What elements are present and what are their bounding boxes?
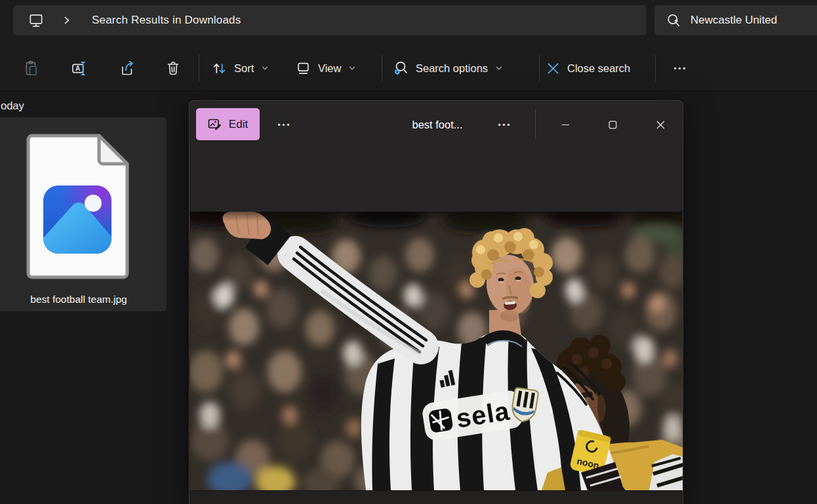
search-query: Newcastle United bbox=[690, 14, 777, 27]
edit-button[interactable]: Edit bbox=[196, 108, 260, 140]
file-name: best football team.jpg bbox=[0, 294, 167, 305]
breadcrumb-chevron-icon bbox=[62, 15, 72, 26]
paste-button[interactable] bbox=[16, 51, 47, 85]
toolbar-divider bbox=[655, 55, 656, 81]
search-options-button[interactable]: Search options bbox=[392, 51, 504, 85]
toolbar-divider bbox=[539, 55, 540, 81]
search-input[interactable]: Newcastle United bbox=[654, 5, 817, 35]
football-player-photo: sela noon bbox=[190, 212, 683, 490]
photos-titlebar[interactable]: Edit ••• best foot... ••• bbox=[189, 101, 683, 142]
photos-app-window: Edit ••• best foot... ••• bbox=[189, 100, 683, 504]
address-bar[interactable]: Search Results in Downloads bbox=[13, 5, 647, 35]
file-item-selected[interactable]: best football team.jpg bbox=[0, 117, 167, 311]
photos-window-title: best foot... bbox=[391, 109, 483, 140]
search-sparkle-icon bbox=[666, 12, 682, 29]
minimize-icon bbox=[561, 121, 570, 129]
ellipsis-icon: ••• bbox=[278, 121, 292, 128]
maximize-button[interactable] bbox=[597, 109, 628, 140]
edit-image-icon bbox=[208, 117, 222, 132]
group-header-today[interactable]: oday bbox=[1, 100, 24, 112]
photo-viewer-image[interactable]: sela noon bbox=[190, 212, 683, 490]
ellipsis-icon: ••• bbox=[498, 121, 512, 128]
chevron-down-icon bbox=[260, 64, 269, 73]
close-search-label: Close search bbox=[567, 62, 630, 75]
breadcrumb: Search Results in Downloads bbox=[92, 14, 241, 27]
photos-more-button[interactable]: ••• bbox=[269, 109, 300, 140]
svg-text:A: A bbox=[75, 65, 80, 72]
share-button[interactable] bbox=[110, 51, 142, 85]
see-more-button[interactable]: ••• bbox=[665, 51, 696, 85]
monitor-icon[interactable] bbox=[28, 12, 45, 29]
view-label: View bbox=[318, 62, 341, 75]
delete-button[interactable] bbox=[157, 51, 189, 85]
close-search-button[interactable]: Close search bbox=[546, 51, 630, 85]
close-x-icon bbox=[546, 61, 561, 76]
toolbar-divider bbox=[199, 55, 199, 81]
rename-button[interactable]: A bbox=[63, 51, 94, 85]
close-icon bbox=[656, 121, 665, 129]
photos-more-button-2[interactable]: ••• bbox=[490, 109, 520, 140]
maximize-icon bbox=[608, 121, 617, 129]
chevron-down-icon bbox=[348, 64, 357, 73]
sort-label: Sort bbox=[234, 62, 254, 75]
chevron-down-icon bbox=[494, 64, 504, 73]
explorer-titlebar: Search Results in Downloads Newcastle Un… bbox=[0, 0, 817, 43]
titlebar-divider bbox=[535, 109, 536, 138]
edit-label: Edit bbox=[229, 118, 248, 131]
close-button[interactable] bbox=[645, 109, 675, 140]
view-button[interactable]: View bbox=[295, 51, 357, 85]
toolbar-divider bbox=[382, 55, 382, 81]
minimize-button[interactable] bbox=[550, 109, 580, 140]
image-file-icon bbox=[23, 133, 132, 282]
file-explorer-window: Search Results in Downloads Newcastle Un… bbox=[0, 0, 817, 504]
photos-bottom-bar bbox=[189, 490, 683, 504]
search-options-label: Search options bbox=[416, 62, 488, 75]
ellipsis-icon: ••• bbox=[674, 64, 688, 72]
sort-button[interactable]: Sort bbox=[211, 51, 269, 85]
